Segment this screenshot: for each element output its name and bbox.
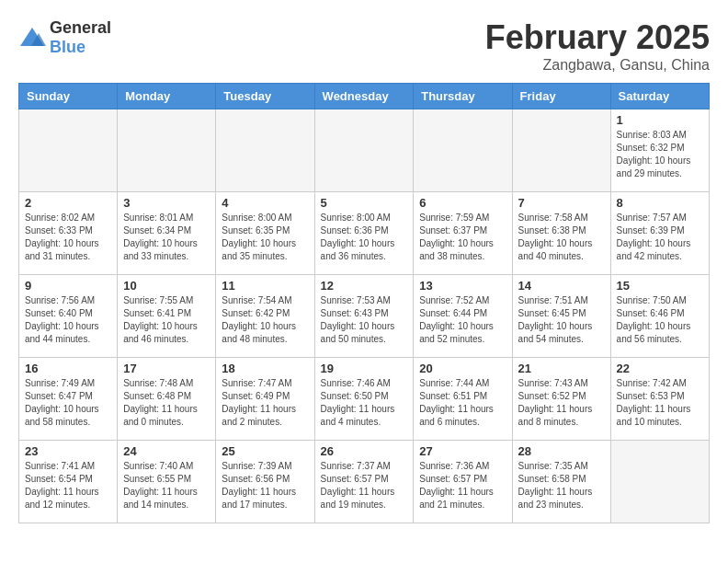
- day-info: Sunrise: 7:46 AM Sunset: 6:50 PM Dayligh…: [321, 377, 408, 429]
- calendar-cell: [314, 109, 414, 192]
- weekday-header-friday: Friday: [512, 84, 610, 109]
- day-info: Sunrise: 8:00 AM Sunset: 6:35 PM Dayligh…: [222, 212, 308, 263]
- day-number: 26: [321, 444, 408, 458]
- day-number: 15: [617, 279, 703, 293]
- day-info: Sunrise: 7:48 AM Sunset: 6:48 PM Dayligh…: [123, 377, 210, 429]
- calendar-cell: 11Sunrise: 7:54 AM Sunset: 6:42 PM Dayli…: [216, 275, 314, 358]
- day-info: Sunrise: 7:35 AM Sunset: 6:58 PM Dayligh…: [518, 460, 605, 511]
- day-number: 3: [123, 196, 210, 210]
- day-number: 13: [419, 279, 506, 293]
- day-number: 25: [222, 444, 308, 458]
- logo-general: General: [50, 18, 111, 37]
- calendar-cell: 24Sunrise: 7:40 AM Sunset: 6:55 PM Dayli…: [118, 441, 216, 523]
- logo-blue: Blue: [50, 38, 85, 56]
- calendar-table: SundayMondayTuesdayWednesdayThursdayFrid…: [18, 83, 710, 523]
- calendar-cell: 20Sunrise: 7:44 AM Sunset: 6:51 PM Dayli…: [414, 358, 512, 441]
- calendar-cell: 16Sunrise: 7:49 AM Sunset: 6:47 PM Dayli…: [19, 358, 118, 441]
- day-info: Sunrise: 7:57 AM Sunset: 6:39 PM Dayligh…: [617, 212, 703, 263]
- calendar-cell: [414, 109, 512, 192]
- calendar-cell: 15Sunrise: 7:50 AM Sunset: 6:46 PM Dayli…: [610, 275, 709, 358]
- day-info: Sunrise: 7:54 AM Sunset: 6:42 PM Dayligh…: [222, 294, 308, 346]
- day-number: 28: [518, 444, 605, 458]
- day-number: 6: [419, 196, 506, 210]
- calendar-cell: [216, 109, 314, 192]
- day-number: 24: [123, 444, 210, 458]
- day-info: Sunrise: 7:50 AM Sunset: 6:46 PM Dayligh…: [617, 294, 703, 346]
- day-number: 21: [518, 362, 605, 375]
- calendar-cell: 17Sunrise: 7:48 AM Sunset: 6:48 PM Dayli…: [118, 358, 216, 441]
- calendar-cell: 13Sunrise: 7:52 AM Sunset: 6:44 PM Dayli…: [414, 275, 512, 358]
- day-number: 11: [222, 279, 308, 293]
- calendar-cell: [610, 441, 709, 523]
- calendar-cell: 23Sunrise: 7:41 AM Sunset: 6:54 PM Dayli…: [19, 441, 118, 523]
- week-row-3: 16Sunrise: 7:49 AM Sunset: 6:47 PM Dayli…: [19, 358, 710, 441]
- day-info: Sunrise: 7:58 AM Sunset: 6:38 PM Dayligh…: [518, 212, 605, 263]
- calendar-cell: 4Sunrise: 8:00 AM Sunset: 6:35 PM Daylig…: [216, 192, 314, 275]
- weekday-header-thursday: Thursday: [414, 84, 512, 109]
- calendar-cell: 26Sunrise: 7:37 AM Sunset: 6:57 PM Dayli…: [314, 441, 414, 523]
- calendar-cell: 2Sunrise: 8:02 AM Sunset: 6:33 PM Daylig…: [19, 192, 118, 275]
- week-row-0: 1Sunrise: 8:03 AM Sunset: 6:32 PM Daylig…: [19, 109, 710, 192]
- day-number: 22: [617, 362, 703, 375]
- logo-icon: [18, 26, 46, 50]
- day-info: Sunrise: 7:41 AM Sunset: 6:54 PM Dayligh…: [25, 460, 111, 511]
- calendar-cell: 21Sunrise: 7:43 AM Sunset: 6:52 PM Dayli…: [512, 358, 610, 441]
- calendar-cell: 28Sunrise: 7:35 AM Sunset: 6:58 PM Dayli…: [512, 441, 610, 523]
- day-info: Sunrise: 7:42 AM Sunset: 6:53 PM Dayligh…: [617, 377, 703, 429]
- calendar-cell: [118, 109, 216, 192]
- day-number: 5: [321, 196, 408, 210]
- day-info: Sunrise: 7:51 AM Sunset: 6:45 PM Dayligh…: [518, 294, 605, 346]
- day-info: Sunrise: 8:01 AM Sunset: 6:34 PM Dayligh…: [123, 212, 210, 263]
- day-number: 18: [222, 362, 308, 375]
- week-row-2: 9Sunrise: 7:56 AM Sunset: 6:40 PM Daylig…: [19, 275, 710, 358]
- day-number: 2: [25, 196, 111, 210]
- weekday-header-wednesday: Wednesday: [314, 84, 414, 109]
- day-info: Sunrise: 7:37 AM Sunset: 6:57 PM Dayligh…: [321, 460, 408, 511]
- calendar-cell: 25Sunrise: 7:39 AM Sunset: 6:56 PM Dayli…: [216, 441, 314, 523]
- weekday-header-monday: Monday: [118, 84, 216, 109]
- day-number: 20: [419, 362, 506, 375]
- day-info: Sunrise: 7:44 AM Sunset: 6:51 PM Dayligh…: [419, 377, 506, 429]
- header: General Blue February 2025 Zangbawa, Gan…: [18, 18, 710, 74]
- day-info: Sunrise: 7:52 AM Sunset: 6:44 PM Dayligh…: [419, 294, 506, 346]
- calendar-cell: 18Sunrise: 7:47 AM Sunset: 6:49 PM Dayli…: [216, 358, 314, 441]
- day-info: Sunrise: 7:43 AM Sunset: 6:52 PM Dayligh…: [518, 377, 605, 429]
- calendar-cell: 8Sunrise: 7:57 AM Sunset: 6:39 PM Daylig…: [610, 192, 709, 275]
- calendar-cell: [512, 109, 610, 192]
- week-row-1: 2Sunrise: 8:02 AM Sunset: 6:33 PM Daylig…: [19, 192, 710, 275]
- day-number: 17: [123, 362, 210, 375]
- calendar-cell: 6Sunrise: 7:59 AM Sunset: 6:37 PM Daylig…: [414, 192, 512, 275]
- day-number: 16: [25, 362, 111, 375]
- calendar-cell: 19Sunrise: 7:46 AM Sunset: 6:50 PM Dayli…: [314, 358, 414, 441]
- day-number: 9: [25, 279, 111, 293]
- day-info: Sunrise: 8:03 AM Sunset: 6:32 PM Dayligh…: [617, 129, 703, 180]
- calendar-cell: 3Sunrise: 8:01 AM Sunset: 6:34 PM Daylig…: [118, 192, 216, 275]
- day-number: 8: [617, 196, 703, 210]
- day-info: Sunrise: 7:56 AM Sunset: 6:40 PM Dayligh…: [25, 294, 111, 346]
- day-number: 12: [321, 279, 408, 293]
- day-number: 23: [25, 444, 111, 458]
- logo: General Blue: [18, 18, 111, 57]
- month-title: February 2025: [485, 18, 710, 57]
- day-number: 19: [321, 362, 408, 375]
- day-info: Sunrise: 8:02 AM Sunset: 6:33 PM Dayligh…: [25, 212, 111, 263]
- calendar-cell: 1Sunrise: 8:03 AM Sunset: 6:32 PM Daylig…: [610, 109, 709, 192]
- day-info: Sunrise: 7:53 AM Sunset: 6:43 PM Dayligh…: [321, 294, 408, 346]
- calendar-cell: 12Sunrise: 7:53 AM Sunset: 6:43 PM Dayli…: [314, 275, 414, 358]
- day-info: Sunrise: 7:40 AM Sunset: 6:55 PM Dayligh…: [123, 460, 210, 511]
- day-info: Sunrise: 7:36 AM Sunset: 6:57 PM Dayligh…: [419, 460, 506, 511]
- day-number: 14: [518, 279, 605, 293]
- location-title: Zangbawa, Gansu, China: [485, 57, 710, 74]
- weekday-header-sunday: Sunday: [19, 84, 118, 109]
- calendar-cell: [19, 109, 118, 192]
- week-row-4: 23Sunrise: 7:41 AM Sunset: 6:54 PM Dayli…: [19, 441, 710, 523]
- day-number: 7: [518, 196, 605, 210]
- weekday-header-tuesday: Tuesday: [216, 84, 314, 109]
- calendar-cell: 7Sunrise: 7:58 AM Sunset: 6:38 PM Daylig…: [512, 192, 610, 275]
- day-info: Sunrise: 8:00 AM Sunset: 6:36 PM Dayligh…: [321, 212, 408, 263]
- day-number: 27: [419, 444, 506, 458]
- day-number: 1: [617, 113, 703, 127]
- calendar-cell: 27Sunrise: 7:36 AM Sunset: 6:57 PM Dayli…: [414, 441, 512, 523]
- day-info: Sunrise: 7:47 AM Sunset: 6:49 PM Dayligh…: [222, 377, 308, 429]
- title-section: February 2025 Zangbawa, Gansu, China: [485, 18, 710, 74]
